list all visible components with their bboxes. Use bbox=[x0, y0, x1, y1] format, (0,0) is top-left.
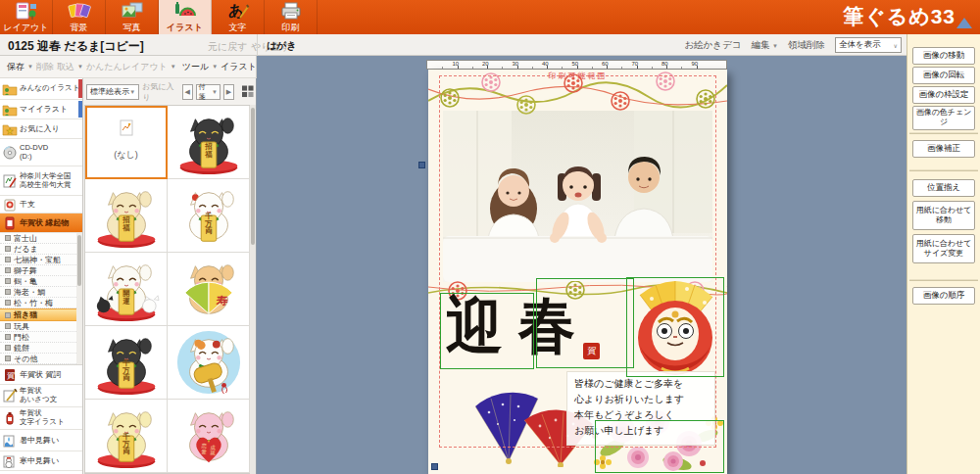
subcategory-8[interactable]: 玩具 bbox=[0, 321, 82, 332]
illustration-thumb-cream-maneki-neko[interactable]: 千万両 bbox=[85, 400, 168, 473]
tab-print[interactable]: 印刷 bbox=[265, 0, 318, 34]
tools-button[interactable]: ツール bbox=[182, 61, 209, 73]
undo-button[interactable]: 元に戻す bbox=[208, 40, 247, 54]
thumbnail-scrollbar[interactable] bbox=[250, 105, 256, 474]
tab-photo[interactable]: 写真 bbox=[106, 0, 159, 34]
illustration-thumb-cream-maneki-neko[interactable]: 招福 bbox=[85, 179, 168, 253]
subcategory-4[interactable]: 鶴・亀 bbox=[0, 276, 82, 287]
image-tool-button-1[interactable]: 画像の回転 bbox=[912, 67, 975, 84]
disc-icon bbox=[2, 146, 18, 160]
tab-text[interactable]: あ 文字 bbox=[212, 0, 265, 34]
tab-label: 写真 bbox=[123, 22, 141, 34]
subcategory-9[interactable]: 門松 bbox=[0, 332, 82, 343]
selection-rect[interactable] bbox=[440, 293, 534, 369]
sidebar-folder-0[interactable]: みんなのイラスト bbox=[0, 78, 82, 100]
selection-rect[interactable] bbox=[536, 278, 634, 368]
zoom-select[interactable]: 全体を表示∨ bbox=[835, 37, 902, 53]
sidebar-folder-2[interactable]: ★お気に入り bbox=[0, 119, 82, 139]
illustration-thumb-white-cat-with-kittens[interactable]: 開運 bbox=[85, 253, 168, 326]
image-tool-button-6[interactable]: 用紙に合わせて移動 bbox=[912, 201, 975, 230]
tab-label: 背景 bbox=[71, 22, 88, 34]
subcategory-label: 門松 bbox=[14, 332, 29, 343]
tab-illustration[interactable]: イラスト bbox=[159, 0, 212, 34]
ruler-minor-tick bbox=[532, 67, 533, 69]
sidebar-folder-3[interactable]: CD-DVD(D:) bbox=[0, 139, 82, 166]
image-tool-button-5[interactable]: 位置揃え bbox=[912, 179, 975, 197]
sidebar-folder-bottom-4[interactable]: 寒中見舞い bbox=[0, 451, 82, 471]
edit-menu-button[interactable]: 編集 ▼ bbox=[751, 39, 778, 52]
subcategory-6[interactable]: 松・竹・梅 bbox=[0, 298, 82, 308]
tab-label: イラスト bbox=[167, 22, 203, 34]
subcategory-label: 鶴・亀 bbox=[14, 276, 37, 287]
caret-down-icon: ▼ bbox=[212, 64, 218, 70]
scrollbar-thumb[interactable] bbox=[251, 108, 255, 245]
app-logo-text: 筆ぐるめ33 bbox=[843, 3, 956, 30]
next-page-button[interactable]: ▶ bbox=[223, 84, 234, 100]
subcategory-2[interactable]: 七福神・宝船 bbox=[0, 255, 82, 265]
mode-tabs: レイアウト 背景 写真 イラスト あ 文字 印刷 bbox=[0, 0, 980, 34]
import-button[interactable]: 取込 bbox=[57, 61, 74, 73]
image-tool-button-0[interactable]: 画像の移動 bbox=[912, 47, 975, 65]
image-tool-button-4[interactable]: 画像補正 bbox=[912, 140, 975, 158]
easy-layout-button[interactable]: かんたんレイアウト bbox=[86, 61, 168, 73]
paint-deco-button[interactable]: お絵かきデコ bbox=[684, 39, 741, 52]
selection-handle[interactable] bbox=[431, 463, 438, 470]
image-tool-button-3[interactable]: 画像の色チェンジ bbox=[912, 106, 975, 130]
caret-down-icon: ▼ bbox=[27, 64, 33, 70]
selection-rect[interactable] bbox=[626, 277, 724, 377]
subcategory-0[interactable]: 富士山 bbox=[0, 233, 82, 244]
subcategory-scrollbar[interactable] bbox=[76, 233, 82, 364]
postcard-canvas[interactable]: 印刷可能範囲 bbox=[428, 70, 727, 474]
image-tool-button-7[interactable]: 用紙に合わせてサイズ変更 bbox=[912, 234, 975, 263]
subcategory-label: 玩具 bbox=[14, 321, 29, 332]
subcategory-bullet-icon bbox=[5, 278, 11, 284]
fusen-select[interactable]: 付箋▼ bbox=[196, 84, 220, 100]
illustration-thumb-white-maneki-neko[interactable]: 千万両 bbox=[168, 179, 250, 253]
subcategory-10[interactable]: 鏡餅 bbox=[0, 343, 82, 354]
sidebar-folder-1[interactable]: マイイラスト bbox=[0, 100, 82, 119]
ruler-tick-label: 10 bbox=[453, 61, 460, 67]
scrollbar-thumb[interactable] bbox=[77, 235, 81, 286]
grid-view-icon[interactable] bbox=[242, 85, 254, 98]
subcategory-5[interactable]: 海老・鯛 bbox=[0, 287, 82, 298]
illustration-thumb-pink-cat-with-love-heart[interactable]: 恋愛成就 bbox=[168, 400, 250, 473]
gashi-icon: 賀 bbox=[2, 368, 18, 382]
view-mode-select[interactable]: 標準絵表示▼ bbox=[86, 84, 139, 100]
illustration-thumb-tan-cat-with-kotobuki-fan[interactable]: 寿 bbox=[168, 253, 250, 326]
button-label: 画像の枠設定 bbox=[918, 89, 968, 100]
sidebar-folder-bottom-2[interactable]: 年賀状文字イラスト bbox=[0, 407, 82, 430]
tab-background[interactable]: 背景 bbox=[53, 0, 106, 34]
selection-handle[interactable] bbox=[418, 162, 425, 168]
sidebar-folder-bottom-1[interactable]: 年賀状あいさつ文 bbox=[0, 385, 82, 407]
area-delete-button[interactable]: 領域削除 bbox=[788, 39, 825, 52]
image-tool-button-2[interactable]: 画像の枠設定 bbox=[912, 86, 975, 104]
image-tool-button-8[interactable]: 画像の順序 bbox=[912, 287, 975, 305]
illustration-thumb-calico-cat-with-gold-mallet[interactable] bbox=[168, 326, 250, 400]
save-button[interactable]: 保存 bbox=[7, 61, 24, 73]
hagaki-page-tab[interactable]: はがき bbox=[267, 39, 297, 53]
svg-text:両: 両 bbox=[205, 226, 213, 235]
tab-layout[interactable]: レイアウト bbox=[0, 0, 53, 34]
subcategory-list: 富士山だるま七福神・宝船獅子舞鶴・亀海老・鯛松・竹・梅招き猫玩具門松鏡餅その他 bbox=[0, 233, 82, 365]
svg-text:愛: 愛 bbox=[201, 449, 207, 455]
illustration-thumb-black-maneki-neko[interactable]: 招福 bbox=[168, 106, 250, 179]
subcategory-bullet-icon bbox=[5, 300, 11, 306]
folder-label: 干支 bbox=[20, 200, 35, 209]
button-label: 位置揃え bbox=[927, 182, 960, 193]
prev-page-button[interactable]: ◀ bbox=[182, 84, 193, 100]
subcategory-bullet-icon bbox=[5, 289, 11, 295]
main-header: レイアウト 背景 写真 イラスト あ 文字 印刷 筆ぐるめ3 bbox=[0, 0, 980, 34]
selection-rect[interactable] bbox=[595, 420, 724, 473]
illustration-thumb-no-illustration[interactable]: (なし) bbox=[85, 106, 168, 179]
sidebar-folder-6[interactable]: 年賀状 縁起物 bbox=[0, 213, 82, 233]
subcategory-7[interactable]: 招き猫 bbox=[0, 308, 82, 321]
sidebar-folder-4[interactable]: 神奈川大学全国高校生俳句大賞 bbox=[0, 166, 82, 196]
delete-button[interactable]: 削除 bbox=[36, 61, 54, 73]
subcategory-3[interactable]: 獅子舞 bbox=[0, 265, 82, 276]
subcategory-1[interactable]: だるま bbox=[0, 244, 82, 255]
sidebar-folder-bottom-0[interactable]: 賀年賀状 賀詞 bbox=[0, 365, 82, 385]
subcategory-11[interactable]: その他 bbox=[0, 354, 82, 364]
illustration-thumb-black-maneki-neko[interactable]: 千万両 bbox=[85, 326, 168, 400]
sidebar-folder-5[interactable]: 干支 bbox=[0, 196, 82, 213]
sidebar-folder-bottom-3[interactable]: 暑中見舞い bbox=[0, 430, 82, 451]
